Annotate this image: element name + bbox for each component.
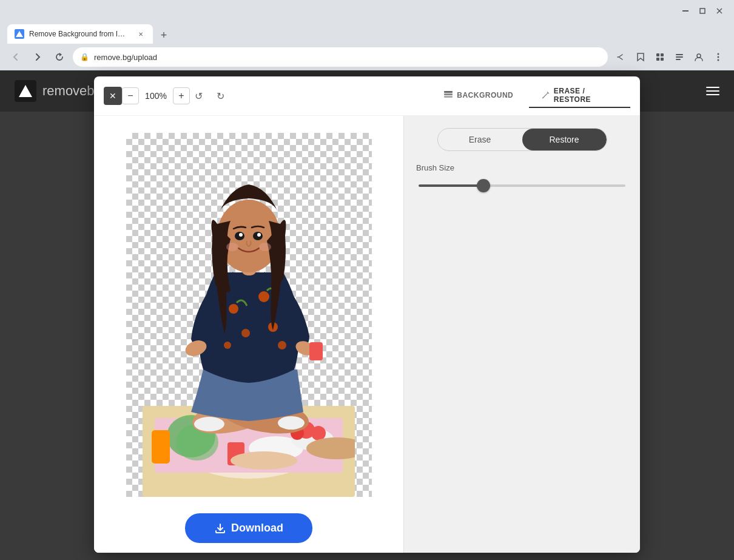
back-button[interactable] xyxy=(7,49,24,66)
modal-overlay: ✕ − 100% + ↺ ↻ xyxy=(0,70,734,560)
tools-content: Erase Restore Brush Size xyxy=(404,116,640,553)
forward-button[interactable] xyxy=(29,49,46,66)
svg-rect-8 xyxy=(656,58,659,61)
download-icon xyxy=(214,522,226,535)
svg-point-41 xyxy=(229,304,238,314)
svg-rect-11 xyxy=(676,56,683,58)
svg-point-40 xyxy=(278,416,305,430)
svg-rect-10 xyxy=(676,54,683,55)
download-button[interactable]: Download xyxy=(185,513,312,543)
tools-panel: Erase Restore Brush Size xyxy=(403,116,640,553)
svg-point-57 xyxy=(259,243,271,251)
maximize-button[interactable] xyxy=(695,4,710,18)
person-image xyxy=(143,151,355,497)
active-tab[interactable]: Remove Background from Image ✕ xyxy=(7,24,153,44)
tab-close-button[interactable]: ✕ xyxy=(136,29,146,39)
svg-rect-7 xyxy=(661,53,664,56)
brush-size-slider[interactable] xyxy=(419,184,625,187)
erase-button[interactable]: Erase xyxy=(438,129,522,150)
svg-point-15 xyxy=(718,56,719,58)
svg-point-39 xyxy=(194,417,224,431)
zoom-controls: − 100% + xyxy=(122,87,190,104)
brush-size-slider-container xyxy=(416,178,628,189)
svg-point-54 xyxy=(239,233,243,237)
extensions-icon[interactable] xyxy=(652,49,668,66)
url-bar[interactable]: 🔒 remove.bg/upload xyxy=(73,47,608,67)
svg-rect-1 xyxy=(700,8,705,13)
url-text: remove.bg/upload xyxy=(94,53,601,62)
svg-rect-18 xyxy=(444,93,453,95)
modal-dialog: ✕ − 100% + ↺ ↻ xyxy=(94,76,640,553)
svg-rect-12 xyxy=(676,59,681,60)
svg-point-30 xyxy=(311,426,326,440)
svg-point-55 xyxy=(257,233,261,237)
svg-point-46 xyxy=(278,341,286,349)
svg-point-43 xyxy=(241,329,250,337)
svg-rect-19 xyxy=(444,96,453,98)
svg-point-42 xyxy=(258,291,269,302)
zoom-in-button[interactable]: + xyxy=(173,87,190,104)
modal-body: Download Erase Restore Brush Size xyxy=(94,116,640,553)
erase-restore-toggle: Erase Restore xyxy=(437,128,607,151)
tab-title: Remove Background from Image xyxy=(29,30,131,38)
new-tab-button[interactable]: + xyxy=(155,27,172,44)
brush-icon xyxy=(541,90,550,100)
tools-tab-header: BACKGROUND ERASE / RESTORE xyxy=(428,84,630,108)
svg-rect-6 xyxy=(656,53,659,56)
bookmark-icon[interactable] xyxy=(632,49,649,66)
reading-mode-icon[interactable] xyxy=(671,49,688,66)
tab-favicon xyxy=(15,29,24,39)
profile-icon[interactable] xyxy=(690,49,707,66)
svg-point-14 xyxy=(718,53,719,55)
tab-bar: Remove Background from Image ✕ + xyxy=(0,22,734,44)
lock-icon: 🔒 xyxy=(80,53,89,61)
brush-size-label: Brush Size xyxy=(416,163,628,172)
zoom-level-display: 100% xyxy=(144,91,168,101)
svg-rect-20 xyxy=(444,91,453,93)
svg-point-36 xyxy=(231,451,297,470)
redo-button[interactable]: ↻ xyxy=(212,87,229,104)
svg-point-16 xyxy=(718,59,719,61)
svg-rect-0 xyxy=(682,10,689,12)
zoom-out-button[interactable]: − xyxy=(122,87,139,104)
history-controls: ↺ ↻ xyxy=(190,87,229,104)
erase-restore-tab-header[interactable]: ERASE / RESTORE xyxy=(529,84,630,108)
svg-marker-5 xyxy=(59,53,62,56)
menu-icon[interactable] xyxy=(710,49,727,66)
image-container xyxy=(104,126,394,504)
undo-button[interactable]: ↺ xyxy=(190,87,207,104)
share-icon[interactable] xyxy=(613,49,630,66)
window-controls xyxy=(678,4,727,18)
title-bar xyxy=(0,0,734,22)
modal-header: ✕ − 100% + ↺ ↻ xyxy=(94,76,640,116)
svg-rect-49 xyxy=(309,342,323,360)
page-content: removebg ✕ − 100% + ↺ xyxy=(0,70,734,560)
svg-rect-34 xyxy=(152,430,170,464)
modal-close-button[interactable]: ✕ xyxy=(104,87,122,105)
background-tab-header[interactable]: BACKGROUND xyxy=(428,84,529,108)
svg-rect-9 xyxy=(661,58,664,61)
layers-icon xyxy=(443,90,453,100)
minimize-button[interactable] xyxy=(678,4,693,18)
svg-point-56 xyxy=(226,243,238,251)
close-button[interactable] xyxy=(712,4,727,18)
restore-button[interactable]: Restore xyxy=(522,129,607,150)
address-bar: 🔒 remove.bg/upload xyxy=(0,44,734,70)
browser-chrome: Remove Background from Image ✕ + 🔒 remov… xyxy=(0,0,734,70)
svg-point-13 xyxy=(697,54,701,58)
image-panel: Download xyxy=(94,116,403,553)
svg-marker-4 xyxy=(16,31,23,37)
toolbar-icons xyxy=(613,49,727,66)
svg-point-45 xyxy=(224,342,231,349)
refresh-button[interactable] xyxy=(51,49,68,66)
canvas-area[interactable] xyxy=(126,133,372,497)
